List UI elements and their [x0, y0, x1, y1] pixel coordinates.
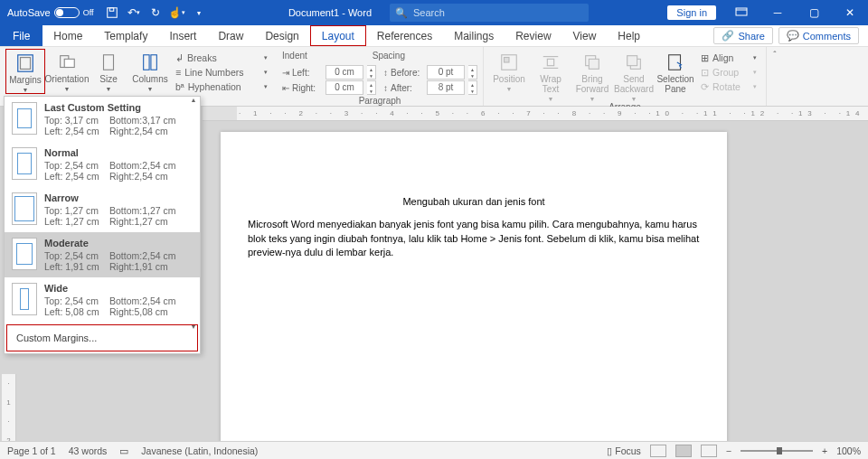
autosave-control[interactable]: AutoSave Off [0, 7, 101, 18]
tab-design[interactable]: Design [254, 25, 309, 46]
indent-right-spinner[interactable]: ▲▼ [367, 80, 376, 95]
spacing-before-icon: ↕ [383, 68, 388, 78]
tab-file[interactable]: File [0, 25, 42, 46]
preset-title: Wide [44, 283, 193, 294]
svg-rect-20 [669, 55, 681, 70]
autosave-toggle[interactable] [54, 7, 80, 18]
touch-mode-icon[interactable]: ☝▾ [166, 0, 188, 25]
hyphenation-icon: bª [175, 81, 184, 92]
size-button[interactable]: Size ▼ [89, 49, 128, 92]
hyphenation-button[interactable]: bªHyphenation▾ [172, 80, 271, 94]
tab-home[interactable]: Home [42, 25, 93, 46]
line-numbers-button[interactable]: ≡Line Numbers▾ [172, 65, 271, 80]
tab-insert[interactable]: Insert [158, 25, 207, 46]
zoom-slider[interactable] [741, 450, 813, 452]
tab-review[interactable]: Review [505, 25, 561, 46]
tab-references[interactable]: References [366, 25, 443, 46]
chevron-down-icon: ▼ [506, 86, 513, 92]
language-status[interactable]: Javanese (Latin, Indonesia) [141, 445, 258, 456]
comments-button[interactable]: 💬Comments [778, 27, 859, 44]
print-layout-icon[interactable] [675, 445, 692, 457]
margin-preset-wide[interactable]: WideTop: 2,54 cmBottom:2,54 cmLeft: 5,08… [5, 277, 200, 323]
bring-forward-button: Bring Forward▼ [572, 49, 612, 102]
comment-icon: 💬 [787, 30, 799, 42]
vertical-ruler: ·1·2 [2, 374, 16, 441]
custom-margins-item[interactable]: Custom Margins... [6, 324, 198, 351]
undo-icon[interactable]: ↶▾ [123, 0, 145, 25]
group-icon: ⊡ [701, 67, 709, 78]
read-mode-icon[interactable] [650, 445, 666, 457]
share-button[interactable]: 🔗Share [713, 27, 772, 44]
spacing-after-input[interactable]: 8 pt [427, 80, 465, 95]
chevron-down-icon: ▾ [753, 83, 757, 90]
chevron-down-icon: ▾ [753, 69, 757, 76]
indent-left-spinner[interactable]: ▲▼ [367, 65, 376, 80]
svg-rect-17 [589, 59, 599, 69]
sign-in-button[interactable]: Sign in [667, 5, 716, 20]
spacing-before-spinner[interactable]: ▲▼ [468, 65, 477, 80]
svg-rect-12 [505, 58, 510, 63]
minimize-icon[interactable]: ─ [760, 0, 796, 25]
margins-button[interactable]: Margins ▼ [5, 49, 45, 94]
redo-icon[interactable]: ↻ [145, 0, 166, 25]
zoom-level[interactable]: 100% [836, 445, 861, 456]
rotate-button: ⟳Rotate▾ [697, 80, 760, 94]
chevron-down-icon: ▾ [264, 83, 268, 90]
web-layout-icon[interactable] [701, 445, 717, 457]
ribbon-display-options-icon[interactable] [723, 0, 760, 25]
spacing-before-input[interactable]: 0 pt [427, 65, 465, 80]
close-icon[interactable]: ✕ [832, 0, 868, 25]
tab-help[interactable]: Help [607, 25, 651, 46]
tab-draw[interactable]: Draw [207, 25, 254, 46]
selection-pane-button[interactable]: Selection Pane [656, 49, 695, 94]
collapse-ribbon-icon[interactable]: ˆ [767, 47, 783, 106]
align-button[interactable]: ⊞Align▾ [697, 51, 760, 65]
margins-dropdown: Last Custom SettingTop: 3,17 cmBottom:3,… [4, 96, 201, 354]
horizontal-ruler[interactable]: · · 1 · · 2 · · 3 · · 4 · · 5 · · 6 · · … [203, 107, 868, 121]
document-page[interactable]: Mengubah ukuran dan jenis font Microsoft… [221, 132, 727, 441]
maximize-icon[interactable]: ▢ [796, 0, 832, 25]
zoom-out-icon[interactable]: − [726, 445, 731, 456]
margin-preset-normal[interactable]: NormalTop: 2,54 cmBottom:2,54 cmLeft: 2,… [5, 142, 200, 187]
focus-mode-button[interactable]: ▯ Focus [607, 445, 641, 456]
group-button: ⊡Group▾ [697, 65, 760, 80]
margin-thumb-icon [12, 238, 37, 270]
svg-rect-9 [144, 55, 149, 70]
qat-customize-icon[interactable]: ▾ [188, 0, 210, 25]
indent-left-icon: ⇥ [282, 68, 289, 78]
svg-rect-2 [736, 8, 747, 15]
spacing-after-spinner[interactable]: ▲▼ [468, 80, 477, 95]
svg-rect-8 [104, 55, 114, 70]
page-count[interactable]: Page 1 of 1 [7, 445, 56, 456]
save-icon[interactable] [101, 0, 123, 25]
breaks-button[interactable]: ↲Breaks▾ [172, 51, 271, 65]
wrap-text-button: Wrap Text▼ [531, 49, 571, 102]
proofing-icon[interactable]: ▭ [119, 445, 128, 456]
autosave-label: AutoSave [7, 7, 51, 18]
dropdown-scrollbar[interactable]: ▲▼ [187, 97, 200, 330]
indent-right-input[interactable]: 0 cm [326, 80, 363, 95]
tab-layout[interactable]: Layout [310, 25, 366, 46]
search-box[interactable]: 🔍 Search [390, 4, 589, 22]
title-bar: AutoSave Off ↶▾ ↻ ☝▾ ▾ Document1 - Word … [0, 0, 868, 25]
margin-preset-last-custom-setting[interactable]: Last Custom SettingTop: 3,17 cmBottom:3,… [5, 97, 200, 142]
tab-templafy[interactable]: Templafy [93, 25, 158, 46]
margin-preset-moderate[interactable]: ModerateTop: 2,54 cmBottom:2,54 cmLeft: … [5, 232, 200, 277]
preset-title: Moderate [44, 238, 193, 248]
tab-mailings[interactable]: Mailings [443, 25, 505, 46]
columns-button[interactable]: Columns ▼ [130, 49, 170, 92]
chevron-down-icon: ▾ [264, 69, 268, 76]
orientation-button[interactable]: Orientation ▼ [47, 49, 87, 92]
margin-preset-narrow[interactable]: NarrowTop: 1,27 cmBottom:1,27 cmLeft: 1,… [5, 187, 200, 232]
document-area: · · 1 · · 2 · · 3 · · 4 · · 5 · · 6 · · … [203, 107, 868, 441]
preset-title: Narrow [44, 192, 193, 203]
autosave-state: Off [83, 8, 94, 17]
tab-view[interactable]: View [562, 25, 608, 46]
preset-title: Last Custom Setting [44, 102, 193, 113]
word-count[interactable]: 43 words [69, 445, 108, 456]
margin-thumb-icon [12, 192, 37, 225]
preset-title: Normal [44, 147, 193, 158]
margin-thumb-icon [12, 102, 37, 135]
indent-left-input[interactable]: 0 cm [326, 65, 363, 80]
zoom-in-icon[interactable]: + [822, 445, 827, 456]
